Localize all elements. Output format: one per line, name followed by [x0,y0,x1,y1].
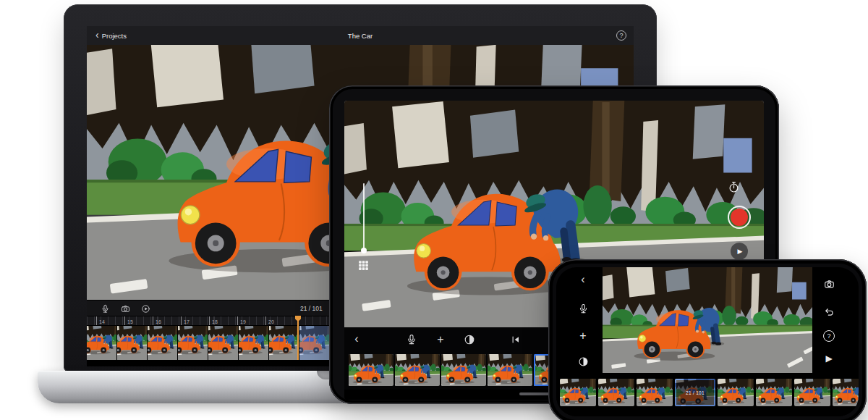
frame-thumbnail[interactable] [208,326,239,360]
frame-thumbnail[interactable] [488,354,532,386]
frame-thumbnail[interactable] [598,379,634,406]
microphone-button[interactable] [576,301,590,316]
frame-thumbnail[interactable] [833,379,859,406]
passthrough-button[interactable] [463,333,476,346]
plus-icon: + [579,330,586,342]
ruler-frame-number: 16 [153,316,161,327]
frame-thumbnail[interactable] [395,354,440,386]
help-button[interactable]: ? [822,329,836,343]
help-icon: ? [619,33,623,39]
hero-stage: ‹ Projects The Car ? 21 / 101 [0,0,868,420]
frame-thumbnail[interactable] [441,354,486,386]
chevron-left-icon: ‹ [354,333,358,345]
frame-thumbnail[interactable] [87,326,117,360]
skip-to-start-button[interactable] [509,333,522,346]
frame-thumbnail[interactable] [349,354,393,386]
camera-button[interactable] [822,277,836,291]
ruler-frame-number: 14 [96,316,105,327]
back-button[interactable]: ‹ [576,273,590,287]
add-frame-button[interactable]: + [434,333,447,346]
iphone-device: ‹ + ? ▶ 21 / 101 [548,259,867,420]
timer-button[interactable] [727,180,740,193]
passthrough-button[interactable] [576,354,590,369]
exposure-slider-track [363,183,365,251]
add-frame-button[interactable]: + [576,329,590,343]
microphone-button[interactable] [405,333,418,346]
frame-thumbnail[interactable] [239,326,269,360]
frame-thumbnail[interactable] [637,379,673,406]
frame-thumbnail[interactable] [718,379,754,406]
exposure-slider[interactable] [360,183,367,251]
help-button[interactable]: ? [616,30,626,41]
frame-thumbnail[interactable] [756,379,792,406]
frame-thumbnail[interactable] [148,326,178,360]
preview-play-button[interactable] [140,303,150,314]
help-icon: ? [823,330,835,342]
frame-thumbnail[interactable] [560,379,596,406]
iphone-screen: ‹ + ? ▶ 21 / 101 [556,267,859,416]
play-icon: ▶ [738,248,743,255]
ruler-frame-number: 20 [265,316,274,327]
playhead[interactable] [297,316,299,360]
frame-thumbnail[interactable] [178,326,208,360]
project-title: The Car [87,26,634,45]
frame-thumbnail-selected[interactable]: 21 / 101 [675,379,715,406]
frame-thumbnail-current[interactable] [299,326,330,360]
grid-overlay-button[interactable] [357,259,370,272]
frame-counter: 21 / 101 [300,301,323,316]
record-button[interactable] [728,206,751,229]
chevron-left-icon: ‹ [581,274,584,285]
back-button[interactable]: ‹ [350,333,363,346]
macbook-app-topbar: ‹ Projects The Car ? [87,26,634,46]
play-icon: ▶ [825,354,832,363]
camera-viewport [603,267,812,373]
frame-thumbnail[interactable] [117,326,148,360]
ruler-frame-number: 17 [181,316,190,327]
plus-icon: + [437,334,443,345]
frame-thumbnail[interactable] [794,379,830,406]
ruler-frame-number: 15 [124,316,133,327]
ruler-frame-number: 19 [237,316,246,327]
undo-button[interactable] [822,304,836,319]
frame-counter: 21 / 101 [675,379,715,406]
play-button[interactable]: ▶ [822,351,836,366]
play-button[interactable]: ▶ [731,243,748,260]
frame-thumbnail[interactable] [269,326,299,360]
camera-settings-button[interactable] [120,303,130,314]
timeline-filmstrip: 21 / 101 [556,376,859,416]
ruler-frame-number: 18 [209,316,218,327]
exposure-slider-knob[interactable] [361,248,367,253]
microphone-button[interactable] [100,303,110,314]
iphone-bezel: ‹ + ? ▶ 21 / 101 [548,259,867,420]
